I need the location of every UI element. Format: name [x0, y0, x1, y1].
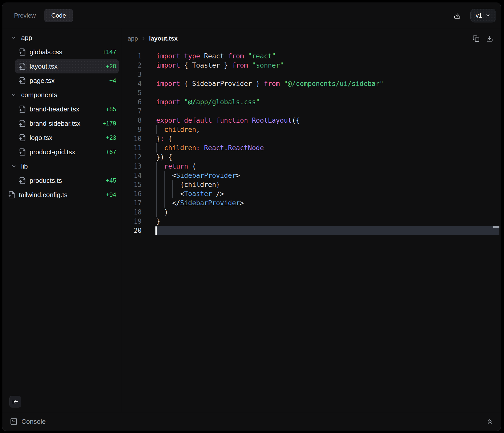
- line-number: 13: [122, 162, 142, 171]
- code-line[interactable]: 3: [122, 70, 501, 79]
- line-content: }: {: [156, 134, 172, 143]
- console-bar[interactable]: Console: [2, 412, 501, 431]
- expand-console-button[interactable]: [486, 418, 494, 425]
- download-button[interactable]: [454, 12, 461, 19]
- code-line[interactable]: 6import "@/app/globals.css": [122, 97, 501, 107]
- breadcrumb-file: layout.tsx: [149, 35, 178, 42]
- line-number: 7: [122, 107, 142, 116]
- line-number: 4: [122, 79, 142, 88]
- code-line[interactable]: 7: [122, 107, 501, 116]
- tree-file-brand-sidebar-tsx[interactable]: brand-sidebar.tsx+179: [15, 116, 119, 131]
- file-plus-icon: [19, 120, 26, 127]
- file-tree: appglobals.css+147layout.tsx+20page.tsx+…: [2, 31, 122, 202]
- code-line[interactable]: 11 children: React.ReactNode: [122, 143, 501, 152]
- tree-file-globals-css[interactable]: globals.css+147: [15, 45, 119, 59]
- line-content: children,: [156, 125, 200, 134]
- file-plus-icon: [19, 62, 26, 70]
- line-content: ): [156, 208, 168, 217]
- line-content: import { SidebarProvider } from "@/compo…: [156, 79, 383, 88]
- tab-code[interactable]: Code: [44, 9, 73, 22]
- indent-guide: [164, 189, 165, 198]
- collapse-sidebar-button[interactable]: [9, 396, 21, 407]
- version-label: v1: [476, 12, 482, 19]
- tree-file-logo-tsx[interactable]: logo.tsx+23: [15, 131, 119, 145]
- indent-guide: [172, 189, 173, 198]
- code-area[interactable]: 1import type React from "react"2import {…: [122, 49, 501, 412]
- chevrons-up-icon: [486, 418, 494, 425]
- indent-guide: [164, 180, 165, 189]
- line-number: 2: [122, 61, 142, 70]
- chevron-down-icon: [11, 92, 17, 98]
- code-line[interactable]: 13 return (: [122, 162, 501, 171]
- code-line[interactable]: 16 <Toaster />: [122, 189, 501, 198]
- code-editor-panel: app layout.tsx: [122, 28, 501, 412]
- code-line[interactable]: 17 </SidebarProvider>: [122, 198, 501, 208]
- indent-guide: [156, 198, 157, 208]
- copy-code-button[interactable]: [473, 35, 480, 42]
- code-line[interactable]: 4import { SidebarProvider } from "@/comp…: [122, 79, 501, 88]
- download-file-button[interactable]: [486, 35, 493, 42]
- line-content: <SidebarProvider>: [156, 171, 240, 180]
- line-content: import { Toaster } from "sonner": [156, 61, 284, 70]
- tree-file-brand-header-tsx[interactable]: brand-header.tsx+85: [15, 102, 119, 116]
- indent-guide: [156, 171, 157, 180]
- code-line[interactable]: 2import { Toaster } from "sonner": [122, 61, 501, 70]
- breadcrumb-folder: app: [128, 35, 138, 42]
- line-content: import type React from "react": [156, 52, 276, 61]
- line-content: }) {: [156, 152, 172, 162]
- version-selector[interactable]: v1: [470, 9, 496, 22]
- code-line[interactable]: 12}) {: [122, 152, 501, 162]
- code-line[interactable]: 5: [122, 88, 501, 97]
- chevron-down-icon: [11, 35, 17, 41]
- main-area: appglobals.css+147layout.tsx+20page.tsx+…: [2, 28, 501, 412]
- tree-item-label: brand-header.tsx: [30, 105, 79, 113]
- line-content: <Toaster />: [156, 189, 224, 198]
- tree-folder-lib[interactable]: lib: [4, 159, 119, 173]
- file-plus-icon: [19, 148, 26, 156]
- tree-file-layout-tsx[interactable]: layout.tsx+20: [15, 59, 119, 73]
- line-number: 14: [122, 171, 142, 180]
- tree-item-label: layout.tsx: [30, 62, 58, 70]
- indent-guide: [156, 162, 157, 171]
- tree-file-products-ts[interactable]: products.ts+45: [15, 173, 119, 188]
- indent-guide: [156, 189, 157, 198]
- code-line[interactable]: 10}: {: [122, 134, 501, 143]
- code-line[interactable]: 9 children,: [122, 125, 501, 134]
- line-content: {children}: [156, 180, 220, 189]
- tree-folder-components[interactable]: components: [4, 88, 119, 102]
- code-line[interactable]: 18 ): [122, 208, 501, 217]
- file-plus-icon: [19, 105, 26, 113]
- breadcrumb: app layout.tsx: [128, 35, 178, 42]
- tree-item-label: tailwind.config.ts: [19, 191, 68, 199]
- tree-folder-app[interactable]: app: [4, 31, 119, 45]
- console-label: Console: [21, 418, 46, 426]
- line-number: 10: [122, 134, 142, 143]
- diff-added-count: +94: [106, 191, 119, 198]
- code-line[interactable]: 15 {children}: [122, 180, 501, 189]
- diff-added-count: +67: [106, 148, 119, 156]
- line-number: 20: [122, 226, 142, 235]
- scrollbar-thumb[interactable]: [493, 226, 499, 228]
- download-icon: [454, 12, 461, 19]
- line-number: 17: [122, 198, 142, 208]
- indent-guide: [156, 125, 157, 134]
- text-cursor: [155, 226, 157, 235]
- tree-item-label: logo.tsx: [30, 134, 52, 142]
- terminal-icon: [10, 418, 18, 425]
- tab-preview[interactable]: Preview: [12, 12, 38, 19]
- tree-file-tailwind-config-ts[interactable]: tailwind.config.ts+94: [4, 188, 119, 202]
- line-number: 18: [122, 208, 142, 217]
- chevron-right-icon: [141, 36, 146, 41]
- chevron-down-icon: [11, 163, 17, 169]
- code-line[interactable]: 19}: [122, 217, 501, 226]
- code-line[interactable]: 8export default function RootLayout({: [122, 116, 501, 125]
- code-line[interactable]: 1import type React from "react": [122, 52, 501, 61]
- file-plus-icon: [8, 191, 16, 199]
- code-line[interactable]: 20: [122, 226, 501, 235]
- line-content: }: [156, 217, 160, 226]
- diff-added-count: +179: [102, 120, 119, 127]
- tree-file-product-grid-tsx[interactable]: product-grid.tsx+67: [15, 145, 119, 159]
- tree-file-page-tsx[interactable]: page.tsx+4: [15, 73, 119, 88]
- line-number: 12: [122, 152, 142, 162]
- code-line[interactable]: 14 <SidebarProvider>: [122, 171, 501, 180]
